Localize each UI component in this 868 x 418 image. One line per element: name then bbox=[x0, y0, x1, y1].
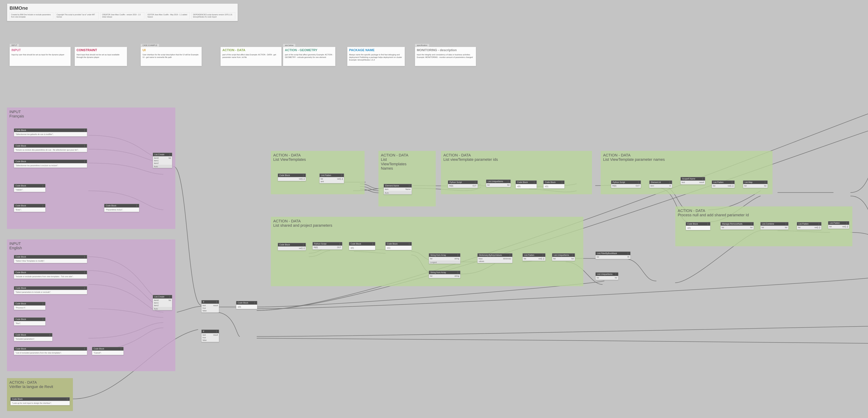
node-menu-icon[interactable]: ⋮ bbox=[615, 273, 617, 275]
port-in[interactable]: item2 bbox=[154, 162, 159, 164]
port-in[interactable]: IN[0] bbox=[612, 185, 616, 187]
node-menu-icon[interactable]: ⋮ bbox=[561, 181, 563, 183]
node-menu-icon[interactable]: ⋮ bbox=[372, 243, 374, 245]
node-dict[interactable]: Dictionary.ByKeysValues⋮ keysvalues dict… bbox=[477, 253, 513, 263]
node-python[interactable]: Python Script⋮ IN[0] OUT bbox=[611, 180, 641, 188]
port-in[interactable]: false bbox=[203, 310, 207, 312]
node-menu-icon[interactable]: ⋮ bbox=[168, 153, 170, 156]
node-code-block[interactable]: Code Block⋮ "List of excluded parameters… bbox=[14, 347, 87, 355]
node-code[interactable]: "Valider"; bbox=[14, 187, 45, 192]
node-code-block[interactable]: Code Block⋮ "Select View Templates to mo… bbox=[14, 255, 87, 263]
port-out[interactable]: string bbox=[455, 257, 459, 259]
port-out[interactable]: result bbox=[699, 181, 704, 183]
node-code[interactable]: "Select parameters to include or exclude… bbox=[14, 290, 87, 294]
node-menu-icon[interactable]: ⋮ bbox=[408, 184, 410, 187]
node-list-unique[interactable]: List.UniqueItems⋮ list list bbox=[486, 179, 511, 187]
port-out[interactable]: list bbox=[571, 257, 574, 259]
port-in[interactable]: amt bbox=[321, 180, 324, 182]
port-in[interactable]: item0 bbox=[154, 157, 159, 159]
node-python[interactable]: Python Script⋮ IN[0] OUT bbox=[312, 242, 342, 250]
node-list-create[interactable]: List.Create⋮ item0item1item2 list Auto bbox=[153, 295, 172, 310]
node-code[interactable]: "Paramètres inclus"; bbox=[104, 207, 139, 212]
node-list-flatten[interactable]: List.Flatten⋮ listvar[]..[] bbox=[797, 222, 822, 230]
node-menu-icon[interactable]: ⋮ bbox=[84, 256, 86, 258]
port-out[interactable]: list bbox=[169, 157, 171, 159]
port-out[interactable]: list bbox=[507, 184, 509, 186]
node-menu-icon[interactable]: ⋮ bbox=[731, 181, 733, 183]
node-menu-icon[interactable]: ⋮ bbox=[509, 254, 511, 256]
port-out[interactable]: list bbox=[615, 277, 617, 279]
node-code-block[interactable]: Code Block⋮ "Paramètres inclus"; bbox=[104, 204, 139, 212]
node-menu-icon[interactable]: ⋮ bbox=[542, 254, 544, 256]
node-code-block[interactable]: Code Block⋮ "Process it"; bbox=[14, 302, 45, 310]
port-out[interactable]: var[]..[] bbox=[299, 178, 305, 180]
port-out[interactable]: OUT bbox=[337, 246, 341, 248]
port-in[interactable]: keys bbox=[478, 257, 484, 259]
port-in[interactable]: item bbox=[385, 188, 389, 190]
node-list-unique[interactable]: List.UniqueItems⋮ listlist bbox=[595, 272, 618, 280]
node-menu-icon[interactable]: ⋮ bbox=[785, 223, 787, 225]
node-element-id[interactable]: Element.Id⋮ item Id bbox=[649, 180, 672, 188]
node-menu-icon[interactable]: ⋮ bbox=[120, 348, 122, 350]
node-code-block[interactable]: Code Block⋮ "Run"; bbox=[14, 317, 45, 325]
node-code-block[interactable]: Code Block⋮ "Select parameters to includ… bbox=[14, 286, 87, 294]
node-menu-icon[interactable]: ⋮ bbox=[339, 243, 341, 245]
node-code-block[interactable]: Code Block⋮ var[]..[] bbox=[278, 173, 306, 181]
port-in[interactable]: item0 bbox=[154, 299, 159, 301]
port-in[interactable]: list bbox=[524, 257, 526, 259]
node-code-block[interactable]: Code Block⋮ x[1]; bbox=[385, 242, 412, 250]
port-out[interactable]: IN bbox=[627, 256, 629, 258]
node-menu-icon[interactable]: ⋮ bbox=[750, 223, 752, 225]
group-list-vt[interactable]: ACTION - DATA List ViewTemplates bbox=[271, 151, 365, 194]
node-menu-icon[interactable]: ⋮ bbox=[42, 318, 44, 320]
node-menu-icon[interactable]: ⋮ bbox=[571, 254, 574, 256]
port-in[interactable]: list bbox=[430, 275, 432, 277]
port-in[interactable]: true bbox=[203, 337, 207, 339]
node-menu-icon[interactable]: ⋮ bbox=[49, 334, 51, 336]
node-menu-icon[interactable]: ⋮ bbox=[846, 222, 848, 224]
node-menu-icon[interactable]: ⋮ bbox=[254, 302, 256, 304]
node-clean-null[interactable]: Manage.RemoveNulls⋮ listlist bbox=[720, 222, 754, 230]
node-menu-icon[interactable]: ⋮ bbox=[627, 252, 629, 255]
node-code[interactable]: "Run"; bbox=[14, 321, 45, 325]
node-code-block[interactable]: Code Block⋮ var[]..[] bbox=[278, 243, 306, 250]
node-python[interactable]: Python Script⋮ IN[0] OUT bbox=[448, 180, 478, 188]
node-menu-icon[interactable]: ⋮ bbox=[42, 205, 44, 207]
node-menu-icon[interactable]: ⋮ bbox=[168, 295, 170, 298]
node-code[interactable]: x[0]; bbox=[516, 184, 536, 188]
node-menu-icon[interactable]: ⋮ bbox=[637, 181, 639, 183]
port-in[interactable]: true bbox=[203, 307, 207, 309]
port-in[interactable]: list bbox=[722, 227, 724, 229]
node-scopeif[interactable]: ScopeIf.Name⋮ test result bbox=[681, 177, 705, 184]
node-code-block[interactable]: Code Block⋮ "Sélectionner les paramètres… bbox=[14, 160, 87, 168]
port-out[interactable]: result bbox=[213, 304, 218, 307]
port-in[interactable]: IN[0] bbox=[449, 185, 453, 187]
node-code[interactable]: x[0]; bbox=[236, 305, 257, 309]
port-in[interactable]: list bbox=[744, 185, 746, 187]
node-code[interactable]: "Sélectionner les paramètres à exclure o… bbox=[14, 163, 87, 168]
port-in[interactable]: list bbox=[553, 257, 556, 259]
node-menu-icon[interactable]: ⋮ bbox=[66, 398, 68, 400]
port-out[interactable]: var[]..[] bbox=[814, 227, 820, 229]
port-in[interactable]: IN[0] bbox=[314, 246, 318, 248]
node-list-flatten[interactable]: List.Flatten⋮ listamt var[]..[] bbox=[319, 173, 344, 183]
node-code[interactable]: "Process it"; bbox=[14, 306, 45, 310]
node-menu-icon[interactable]: ⋮ bbox=[457, 254, 459, 256]
node-menu-icon[interactable]: ⋮ bbox=[42, 303, 44, 305]
node-menu-icon[interactable]: ⋮ bbox=[669, 181, 671, 183]
node-menu-icon[interactable]: ⋮ bbox=[408, 243, 410, 245]
node-menu-icon[interactable]: ⋮ bbox=[84, 129, 86, 132]
port-out[interactable]: dictionary bbox=[503, 257, 511, 259]
port-out[interactable]: list bbox=[764, 185, 767, 187]
node-code-block[interactable]: Code Block⋮ x[0]; bbox=[349, 242, 375, 250]
node-menu-icon[interactable]: ⋮ bbox=[84, 271, 86, 274]
port-in[interactable]: item bbox=[650, 185, 654, 187]
port-out[interactable]: result bbox=[213, 334, 218, 336]
port-in[interactable]: list bbox=[829, 225, 832, 228]
port-out[interactable]: var[]..[] bbox=[299, 247, 305, 249]
port-in[interactable]: list bbox=[798, 227, 800, 229]
port-out[interactable]: var[]..[] bbox=[538, 257, 544, 259]
port-in[interactable]: false bbox=[203, 339, 207, 341]
node-code[interactable]: x[1]; bbox=[385, 246, 412, 250]
port-in[interactable]: test bbox=[203, 304, 207, 307]
